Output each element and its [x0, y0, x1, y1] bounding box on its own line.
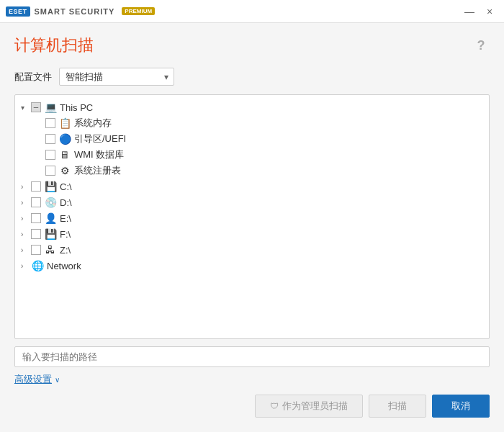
thispc-children: 📋 系统内存 🔵 引导区/UEFI 🖥 WMI 数据库: [15, 115, 489, 179]
page-header: 计算机扫描 ?: [14, 35, 490, 56]
tree-item-f[interactable]: › 💾 F:\: [15, 226, 489, 242]
main-window: ESET SMART SECURITY PREMIUM — × 计算机扫描 ? …: [0, 0, 504, 432]
path-input-row: [14, 346, 490, 367]
admin-scan-button[interactable]: 🛡 作为管理员扫描: [255, 395, 363, 418]
profile-select-wrapper: 智能扫描 深度扫描 自定义扫描: [59, 68, 174, 86]
profile-row: 配置文件 智能扫描 深度扫描 自定义扫描: [14, 68, 490, 86]
tree-item-network[interactable]: › 🌐 Network: [15, 258, 489, 274]
scan-button[interactable]: 扫描: [369, 395, 426, 418]
button-row: 🛡 作为管理员扫描 扫描 取消: [14, 395, 490, 420]
c-label: C:\: [60, 181, 72, 192]
d-drive-icon: 💿: [44, 196, 57, 209]
admin-scan-label: 作为管理员扫描: [282, 400, 348, 413]
boot-checkbox[interactable]: [45, 134, 55, 144]
minimize-button[interactable]: —: [461, 3, 478, 20]
d-expand-arrow: ›: [21, 199, 31, 207]
tree-item-thispc[interactable]: ▾ ─ 💻 This PC: [15, 99, 489, 115]
network-expand-arrow: ›: [21, 262, 31, 270]
c-expand-arrow: ›: [21, 183, 31, 191]
thispc-expand-arrow: ▾: [21, 104, 31, 112]
tree-item-c[interactable]: › 💾 C:\: [15, 179, 489, 194]
boot-label: 引导区/UEFI: [74, 132, 126, 145]
c-drive-icon: 💾: [44, 180, 57, 193]
close-button[interactable]: ×: [481, 3, 498, 20]
d-checkbox[interactable]: [31, 197, 41, 207]
f-drive-icon: 💾: [44, 228, 57, 240]
network-icon: 🌐: [31, 259, 44, 272]
tree-item-d[interactable]: › 💿 D:\: [15, 194, 489, 210]
cancel-button[interactable]: 取消: [432, 395, 490, 418]
wmi-checkbox[interactable]: [45, 150, 55, 160]
computer-icon: 💻: [44, 101, 57, 114]
e-label: E:\: [60, 213, 71, 224]
tree-item-wmi[interactable]: 🖥 WMI 数据库: [30, 147, 489, 163]
tree-item-e[interactable]: › 👤 E:\: [15, 210, 489, 226]
wmi-label: WMI 数据库: [74, 148, 124, 161]
profile-label: 配置文件: [14, 71, 52, 84]
eset-logo: ESET: [6, 6, 30, 17]
advanced-chevron-icon: ∨: [55, 376, 60, 384]
main-content: 计算机扫描 ? 配置文件 智能扫描 深度扫描 自定义扫描 ▾ ─ 💻 This …: [0, 23, 504, 432]
shield-icon: 🛡: [270, 401, 279, 411]
d-label: D:\: [60, 197, 72, 208]
e-checkbox[interactable]: [31, 213, 41, 223]
f-label: F:\: [60, 229, 71, 240]
scan-tree[interactable]: ▾ ─ 💻 This PC 📋 系统内存 🔵: [14, 94, 490, 339]
advanced-settings-row[interactable]: 高级设置 ∨: [14, 373, 490, 386]
tree-item-boot[interactable]: 🔵 引导区/UEFI: [30, 131, 489, 147]
registry-icon: ⚙: [58, 164, 71, 177]
app-title: SMART SECURITY: [35, 7, 115, 16]
tree-item-registry[interactable]: ⚙ 系统注册表: [30, 163, 489, 179]
help-button[interactable]: ?: [472, 37, 490, 54]
e-drive-icon: 👤: [44, 212, 57, 225]
tree-item-z[interactable]: › 🖧 Z:\: [15, 242, 489, 258]
f-checkbox[interactable]: [31, 229, 41, 239]
memory-checkbox[interactable]: [45, 118, 55, 128]
logo-area: ESET SMART SECURITY PREMIUM: [6, 6, 155, 17]
memory-icon: 📋: [58, 117, 71, 130]
f-expand-arrow: ›: [21, 230, 31, 238]
advanced-settings-label[interactable]: 高级设置: [14, 373, 52, 386]
memory-label: 系统内存: [74, 117, 112, 130]
page-title: 计算机扫描: [14, 35, 94, 56]
c-checkbox[interactable]: [31, 181, 41, 192]
network-label: Network: [47, 261, 81, 271]
path-input[interactable]: [14, 346, 490, 367]
thispc-checkbox[interactable]: ─: [31, 102, 41, 112]
window-controls: — ×: [461, 3, 498, 20]
z-expand-arrow: ›: [21, 246, 31, 254]
z-checkbox[interactable]: [31, 245, 41, 255]
z-drive-icon: 🖧: [44, 243, 57, 256]
profile-select[interactable]: 智能扫描 深度扫描 自定义扫描: [59, 68, 174, 86]
tree-item-memory[interactable]: 📋 系统内存: [30, 115, 489, 131]
e-expand-arrow: ›: [21, 215, 31, 222]
z-label: Z:\: [60, 245, 71, 256]
thispc-label: This PC: [60, 102, 93, 113]
wmi-icon: 🖥: [58, 148, 71, 161]
titlebar: ESET SMART SECURITY PREMIUM — ×: [0, 0, 504, 23]
registry-label: 系统注册表: [74, 164, 121, 177]
boot-icon: 🔵: [58, 132, 71, 145]
registry-checkbox[interactable]: [45, 166, 55, 176]
premium-badge: PREMIUM: [122, 7, 155, 15]
